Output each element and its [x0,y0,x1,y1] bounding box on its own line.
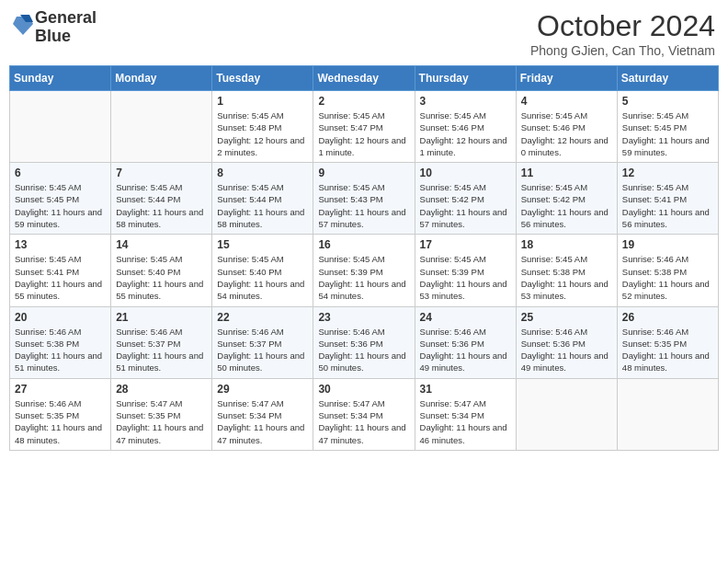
cell-info: Sunrise: 5:45 AMSunset: 5:46 PMDaylight:… [420,109,511,158]
calendar-cell: 16Sunrise: 5:45 AMSunset: 5:39 PMDayligh… [313,235,415,306]
calendar-cell: 5Sunrise: 5:45 AMSunset: 5:45 PMDaylight… [617,91,718,163]
day-number: 24 [420,311,511,324]
cell-info: Sunrise: 5:46 AMSunset: 5:38 PMDaylight:… [622,253,713,302]
page-header: General Blue October 2024 Phong GJien, C… [9,9,719,58]
day-number: 28 [116,383,207,396]
calendar-cell: 27Sunrise: 5:46 AMSunset: 5:35 PMDayligh… [10,378,111,450]
day-number: 7 [116,167,207,179]
cell-info: Sunrise: 5:45 AMSunset: 5:42 PMDaylight:… [420,181,511,230]
calendar-cell: 23Sunrise: 5:46 AMSunset: 5:36 PMDayligh… [313,306,415,378]
logo: General Blue [13,9,97,46]
calendar-cell: 7Sunrise: 5:45 AMSunset: 5:44 PMDaylight… [111,163,212,235]
day-number: 13 [15,238,106,251]
day-number: 16 [318,238,409,251]
calendar-cell: 22Sunrise: 5:46 AMSunset: 5:37 PMDayligh… [212,306,313,378]
calendar-cell [111,91,212,163]
day-number: 22 [217,311,308,324]
calendar-cell: 28Sunrise: 5:47 AMSunset: 5:35 PMDayligh… [111,378,212,450]
calendar-cell [617,378,718,450]
calendar-cell: 26Sunrise: 5:46 AMSunset: 5:35 PMDayligh… [617,306,718,378]
cell-info: Sunrise: 5:45 AMSunset: 5:43 PMDaylight:… [318,181,409,230]
day-number: 10 [420,167,511,179]
calendar-cell: 31Sunrise: 5:47 AMSunset: 5:34 PMDayligh… [415,378,516,450]
cell-info: Sunrise: 5:45 AMSunset: 5:47 PMDaylight:… [318,109,409,158]
weekday-header-sunday: Sunday [10,66,111,91]
day-number: 19 [622,238,713,251]
calendar-cell: 24Sunrise: 5:46 AMSunset: 5:36 PMDayligh… [415,306,516,378]
calendar-cell: 6Sunrise: 5:45 AMSunset: 5:45 PMDaylight… [10,163,111,235]
day-number: 2 [318,95,409,108]
calendar-cell: 8Sunrise: 5:45 AMSunset: 5:44 PMDaylight… [212,163,313,235]
cell-info: Sunrise: 5:46 AMSunset: 5:36 PMDaylight:… [521,326,612,374]
day-number: 30 [318,383,409,396]
calendar-table: SundayMondayTuesdayWednesdayThursdayFrid… [9,65,719,451]
weekday-header-friday: Friday [516,66,617,91]
cell-info: Sunrise: 5:46 AMSunset: 5:35 PMDaylight:… [15,397,106,446]
calendar-cell: 11Sunrise: 5:45 AMSunset: 5:42 PMDayligh… [516,163,617,235]
cell-info: Sunrise: 5:45 AMSunset: 5:48 PMDaylight:… [217,109,308,158]
logo-icon [13,13,33,39]
cell-info: Sunrise: 5:45 AMSunset: 5:41 PMDaylight:… [622,181,713,230]
day-number: 26 [622,311,713,324]
logo-line2: Blue [35,28,97,46]
cell-info: Sunrise: 5:45 AMSunset: 5:44 PMDaylight:… [116,181,207,230]
day-number: 31 [420,383,511,396]
day-number: 17 [420,238,511,251]
day-number: 8 [217,167,308,179]
cell-info: Sunrise: 5:46 AMSunset: 5:37 PMDaylight:… [116,326,207,374]
calendar-cell: 9Sunrise: 5:45 AMSunset: 5:43 PMDaylight… [313,163,415,235]
calendar-cell [516,378,617,450]
calendar-cell: 18Sunrise: 5:45 AMSunset: 5:38 PMDayligh… [516,235,617,306]
calendar-cell: 12Sunrise: 5:45 AMSunset: 5:41 PMDayligh… [617,163,718,235]
cell-info: Sunrise: 5:45 AMSunset: 5:44 PMDaylight:… [217,181,308,230]
day-number: 11 [521,167,612,179]
cell-info: Sunrise: 5:45 AMSunset: 5:45 PMDaylight:… [15,181,106,230]
title-block: October 2024 Phong GJien, Can Tho, Vietn… [530,9,715,58]
day-number: 3 [420,95,511,108]
calendar-cell: 19Sunrise: 5:46 AMSunset: 5:38 PMDayligh… [617,235,718,306]
cell-info: Sunrise: 5:46 AMSunset: 5:36 PMDaylight:… [318,326,409,374]
cell-info: Sunrise: 5:45 AMSunset: 5:42 PMDaylight:… [521,181,612,230]
weekday-header-monday: Monday [111,66,212,91]
cell-info: Sunrise: 5:45 AMSunset: 5:38 PMDaylight:… [521,253,612,302]
cell-info: Sunrise: 5:45 AMSunset: 5:40 PMDaylight:… [116,253,207,302]
calendar-cell: 13Sunrise: 5:45 AMSunset: 5:41 PMDayligh… [10,235,111,306]
day-number: 4 [521,95,612,108]
calendar-cell: 1Sunrise: 5:45 AMSunset: 5:48 PMDaylight… [212,91,313,163]
weekday-header-thursday: Thursday [415,66,516,91]
calendar-week-row: 27Sunrise: 5:46 AMSunset: 5:35 PMDayligh… [10,378,719,450]
day-number: 25 [521,311,612,324]
day-number: 6 [15,167,106,179]
cell-info: Sunrise: 5:45 AMSunset: 5:39 PMDaylight:… [420,253,511,302]
calendar-week-row: 13Sunrise: 5:45 AMSunset: 5:41 PMDayligh… [10,235,719,306]
day-number: 20 [15,311,106,324]
calendar-cell: 4Sunrise: 5:45 AMSunset: 5:46 PMDaylight… [516,91,617,163]
calendar-week-row: 1Sunrise: 5:45 AMSunset: 5:48 PMDaylight… [10,91,719,163]
calendar-cell: 20Sunrise: 5:46 AMSunset: 5:38 PMDayligh… [10,306,111,378]
day-number: 29 [217,383,308,396]
weekday-header-wednesday: Wednesday [313,66,415,91]
calendar-cell [10,91,111,163]
day-number: 21 [116,311,207,324]
calendar-week-row: 6Sunrise: 5:45 AMSunset: 5:45 PMDaylight… [10,163,719,235]
weekday-header-row: SundayMondayTuesdayWednesdayThursdayFrid… [10,66,719,91]
cell-info: Sunrise: 5:46 AMSunset: 5:38 PMDaylight:… [15,326,106,374]
day-number: 15 [217,238,308,251]
day-number: 5 [622,95,713,108]
day-number: 12 [622,167,713,179]
cell-info: Sunrise: 5:47 AMSunset: 5:34 PMDaylight:… [217,397,308,446]
calendar-cell: 10Sunrise: 5:45 AMSunset: 5:42 PMDayligh… [415,163,516,235]
calendar-cell: 21Sunrise: 5:46 AMSunset: 5:37 PMDayligh… [111,306,212,378]
weekday-header-saturday: Saturday [617,66,718,91]
calendar-cell: 29Sunrise: 5:47 AMSunset: 5:34 PMDayligh… [212,378,313,450]
location-title: Phong GJien, Can Tho, Vietnam [530,43,715,58]
cell-info: Sunrise: 5:45 AMSunset: 5:39 PMDaylight:… [318,253,409,302]
cell-info: Sunrise: 5:47 AMSunset: 5:34 PMDaylight:… [420,397,511,446]
calendar-week-row: 20Sunrise: 5:46 AMSunset: 5:38 PMDayligh… [10,306,719,378]
calendar-cell: 17Sunrise: 5:45 AMSunset: 5:39 PMDayligh… [415,235,516,306]
calendar-cell: 2Sunrise: 5:45 AMSunset: 5:47 PMDaylight… [313,91,415,163]
day-number: 18 [521,238,612,251]
day-number: 1 [217,95,308,108]
calendar-cell: 14Sunrise: 5:45 AMSunset: 5:40 PMDayligh… [111,235,212,306]
cell-info: Sunrise: 5:45 AMSunset: 5:45 PMDaylight:… [622,109,713,158]
